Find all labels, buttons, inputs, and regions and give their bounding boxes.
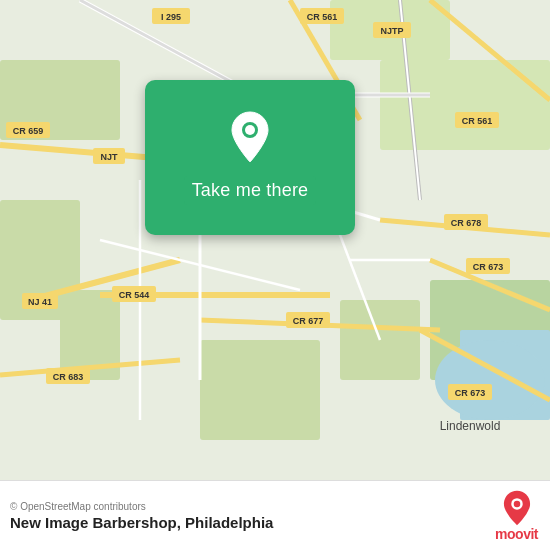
- svg-text:CR 561: CR 561: [307, 12, 338, 22]
- card-overlay: Take me there: [145, 80, 355, 235]
- svg-text:CR 683: CR 683: [53, 372, 84, 382]
- svg-text:CR 673: CR 673: [473, 262, 504, 272]
- svg-text:NJ 41: NJ 41: [28, 297, 52, 307]
- svg-point-65: [513, 500, 520, 507]
- bottom-bar: © OpenStreetMap contributors New Image B…: [0, 480, 550, 550]
- map-attribution: © OpenStreetMap contributors: [10, 501, 273, 512]
- svg-point-10: [435, 340, 545, 420]
- svg-text:CR 673: CR 673: [455, 388, 486, 398]
- svg-text:Lindenwold: Lindenwold: [440, 419, 501, 433]
- take-me-there-button[interactable]: Take me there: [184, 176, 317, 205]
- svg-text:CR 544: CR 544: [119, 290, 150, 300]
- svg-text:NJT: NJT: [100, 152, 118, 162]
- svg-text:I 295: I 295: [161, 12, 181, 22]
- svg-point-63: [245, 125, 255, 135]
- svg-text:CR 678: CR 678: [451, 218, 482, 228]
- svg-text:NJTP: NJTP: [380, 26, 403, 36]
- svg-text:CR 659: CR 659: [13, 126, 44, 136]
- moovit-pin-icon: [499, 490, 535, 526]
- map-container: CR 561 I 295 NJTP I 295 CR 561 CR 659 NJ…: [0, 0, 550, 480]
- moovit-logo: moovit: [495, 490, 538, 542]
- moovit-text: moovit: [495, 526, 538, 542]
- bottom-left-info: © OpenStreetMap contributors New Image B…: [10, 501, 273, 531]
- svg-rect-3: [200, 340, 320, 440]
- map-svg: CR 561 I 295 NJTP I 295 CR 561 CR 659 NJ…: [0, 0, 550, 480]
- location-name: New Image Barbershop, Philadelphia: [10, 514, 273, 531]
- svg-text:CR 677: CR 677: [293, 316, 324, 326]
- location-pin-icon: [228, 110, 272, 164]
- svg-text:CR 561: CR 561: [462, 116, 493, 126]
